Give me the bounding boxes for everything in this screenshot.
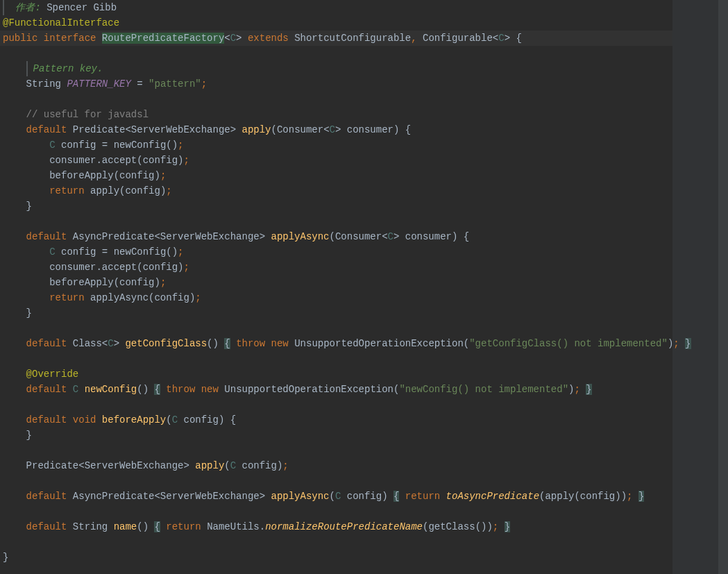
interface-close: } [3,550,728,565]
doc-author-line: 作者: Spencer Gibb [3,0,728,15]
override-annotation: @Override [3,366,728,382]
beforeapply-decl: default void beforeApply(C config) { [3,412,728,428]
beforeapply-close: } [3,428,728,443]
applyasync-config-decl: default AsyncPredicate<ServerWebExchange… [3,489,728,504]
apply-body-1: C config = newConfig(); [3,137,728,153]
interface-decl: public interface RoutePredicateFactory<C… [3,31,728,46]
blank-line [3,534,728,550]
pattern-doc: Pattern key. [3,61,728,76]
getconfigclass-decl: default Class<C> getConfigClass() { thro… [3,336,728,351]
blank-line [3,397,728,412]
blank-line [3,443,728,458]
name-decl: default String name() { return NameUtils… [3,519,728,534]
comment-javadsl: // useful for javadsl [3,107,728,122]
apply-body-3: beforeApply(config); [3,168,728,183]
code-editor[interactable]: 作者: Spencer Gibb @FunctionalInterface pu… [0,0,728,565]
blank-line [3,46,728,61]
applyasync-body-1: C config = newConfig(); [3,244,728,260]
applyasync-body-3: beforeApply(config); [3,275,728,290]
blank-line [3,504,728,519]
applyasync-body-2: consumer.accept(config); [3,260,728,275]
apply-consumer-decl: default Predicate<ServerWebExchange> app… [3,122,728,137]
apply-abstract: Predicate<ServerWebExchange> apply(C con… [3,458,728,473]
applyasync-body-4: return applyAsync(config); [3,290,728,305]
applyasync-consumer-decl: default AsyncPredicate<ServerWebExchange… [3,229,728,244]
blank-line [3,351,728,366]
blank-line [3,92,728,107]
newconfig-decl: default C newConfig() { throw new Unsupp… [3,382,728,397]
blank-line [3,473,728,489]
annotation-line: @FunctionalInterface [3,15,728,31]
blank-line [3,321,728,336]
pattern-key-field: String PATTERN_KEY = "pattern"; [3,76,728,92]
apply-body-2: consumer.accept(config); [3,153,728,168]
blank-line [3,214,728,229]
applyasync-close: } [3,305,728,321]
apply-body-4: return apply(config); [3,183,728,199]
apply-close: } [3,199,728,214]
